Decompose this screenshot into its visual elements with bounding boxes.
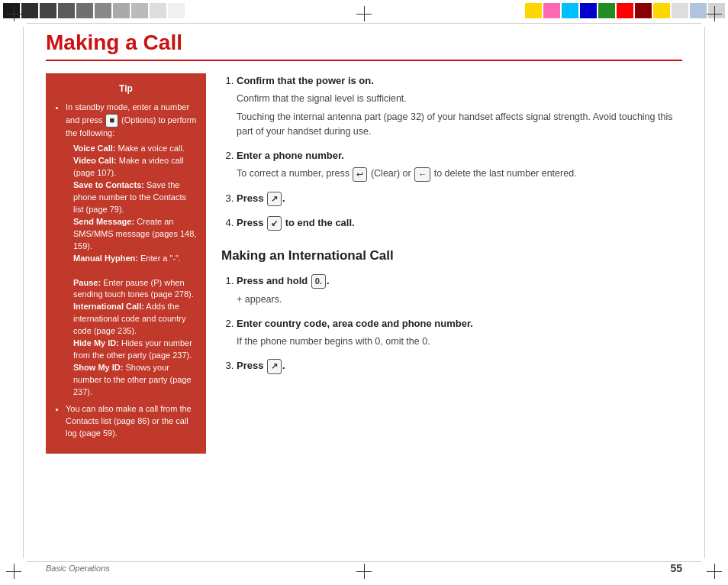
options-key: ■	[105, 114, 118, 128]
crosshair-top-right	[707, 6, 722, 21]
intl-step-3: Press ↗.	[237, 358, 682, 373]
right-content: Confirm that the power is on. Confirm th…	[221, 73, 682, 454]
show-id-label: Show My ID:	[73, 363, 123, 372]
intl-step-1-detail: + appears.	[237, 292, 682, 307]
footer: Basic Operations 55	[46, 562, 682, 574]
tip-list: In standby mode, enter a number and pres…	[55, 102, 197, 439]
step-2: Enter a phone number. To correct a numbe…	[237, 148, 682, 182]
crosshair-bottom-left	[6, 564, 21, 579]
call-key: ↗	[267, 192, 282, 206]
intl-step-2: Enter country code, area code and phone …	[237, 316, 682, 350]
end-key: ↙	[267, 216, 282, 231]
international-steps-list: Press and hold 0.. + appears. Enter coun…	[221, 273, 682, 373]
crosshair-top-left	[6, 6, 21, 21]
step-3-text: Press ↗.	[237, 192, 285, 204]
tip-item-2: You can also make a call from the Contac…	[66, 403, 197, 440]
main-steps-list: Confirm that the power is on. Confirm th…	[221, 73, 682, 231]
main-content: Making a Call Tip In standby mode, enter…	[46, 31, 682, 554]
tip-title: Tip	[55, 82, 197, 95]
edge-line-top	[27, 23, 701, 24]
pause-label: Pause:	[73, 278, 101, 287]
clear-key: ↩	[353, 167, 367, 182]
video-call-label: Video Call:	[73, 156, 117, 165]
back-key: ←	[414, 167, 430, 182]
step-2-text: Enter a phone number.	[237, 150, 344, 161]
step-4: Press ↙ to end the call.	[237, 215, 682, 231]
step-1-detail1: Confirm that the signal level is suffici…	[237, 92, 682, 106]
intl-step-1-text: Press and hold 0..	[237, 275, 330, 286]
international-section-title: Making an International Call	[221, 246, 682, 266]
hide-id-label: Hide My ID:	[73, 338, 119, 347]
color-bar-right	[522, 0, 728, 21]
edge-line-left	[23, 27, 24, 558]
step-1: Confirm that the power is on. Confirm th…	[237, 73, 682, 139]
intl-step-1: Press and hold 0.. + appears.	[237, 273, 682, 307]
page-title: Making a Call	[46, 31, 682, 61]
step-1-text: Confirm that the power is on.	[237, 75, 374, 86]
page-number: 55	[670, 562, 682, 574]
tip-sub-list: Voice Call: Make a voice call. Video Cal…	[66, 143, 197, 399]
step-3: Press ↗.	[237, 191, 682, 206]
send-message-label: Send Message:	[73, 217, 134, 226]
crosshair-bottom-right	[707, 564, 722, 579]
step-2-detail: To correct a number, press ↩ (Clear) or …	[237, 166, 682, 181]
voice-call-label: Voice Call:	[73, 144, 115, 153]
tip-box: Tip In standby mode, enter a number and …	[46, 73, 206, 454]
intl-step-3-text: Press ↗.	[237, 360, 285, 371]
edge-line-right	[704, 27, 705, 558]
footer-section: Basic Operations	[46, 564, 110, 573]
swatches-left	[0, 0, 188, 21]
intl-call-label: International Call:	[73, 302, 144, 311]
save-contacts-label: Save to Contacts:	[73, 180, 144, 189]
content-layout: Tip In standby mode, enter a number and …	[46, 73, 682, 454]
intl-call-key: ↗	[267, 359, 282, 373]
intl-step-2-detail: If the phone number begins with 0, omit …	[237, 335, 682, 349]
zero-key: 0.	[311, 274, 326, 289]
tip-item-1: In standby mode, enter a number and pres…	[66, 102, 197, 399]
crosshair-top-center	[356, 6, 372, 21]
step-4-text: Press ↙ to end the call.	[237, 217, 355, 228]
intl-step-2-text: Enter country code, area code and phone …	[237, 318, 473, 329]
manual-hyphen-label: Manual Hyphen:	[73, 254, 138, 263]
step-1-detail2: Touching the internal antenna part (page…	[237, 110, 682, 140]
